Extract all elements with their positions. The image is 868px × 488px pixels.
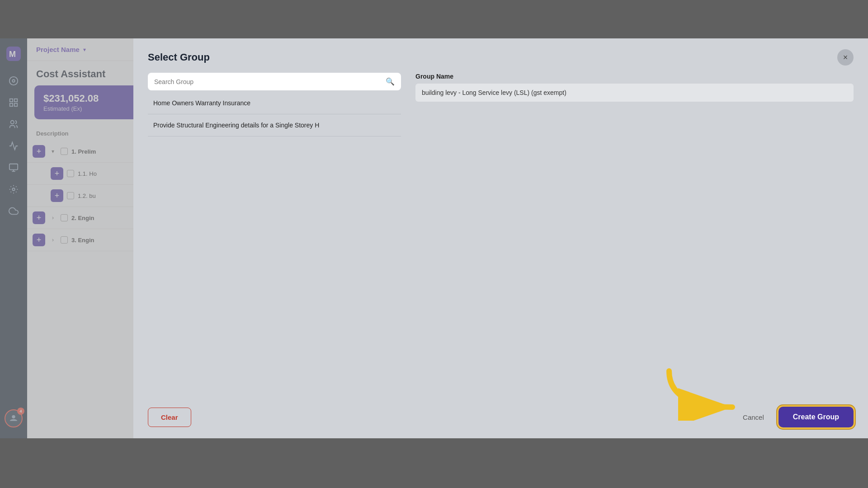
modal-header: Select Group ×	[133, 38, 868, 73]
group-name-label: Group Name	[415, 73, 854, 80]
list-item[interactable]: Home Owners Warranty Insurance	[148, 92, 401, 114]
create-group-button[interactable]: Create Group	[778, 407, 854, 427]
modal-body: 🔍 Home Owners Warranty Insurance Provide…	[133, 73, 868, 399]
cancel-button[interactable]: Cancel	[736, 408, 771, 427]
footer-right: Cancel Create Group	[736, 407, 854, 427]
search-box: 🔍	[148, 73, 401, 90]
search-icon: 🔍	[386, 77, 395, 86]
list-item[interactable]: Provide Structural Engineering details f…	[148, 114, 401, 136]
modal-detail-section: Group Name building levy - Long Service …	[401, 73, 854, 390]
close-modal-button[interactable]: ×	[837, 49, 854, 66]
modal-list-section: 🔍 Home Owners Warranty Insurance Provide…	[148, 73, 401, 390]
select-group-modal: Select Group × 🔍 Home Owners Warranty In…	[133, 38, 868, 438]
modal-title: Select Group	[148, 52, 210, 63]
search-input[interactable]	[154, 78, 382, 85]
modal-footer: Clear Cancel Create Group	[133, 399, 868, 438]
clear-button[interactable]: Clear	[148, 408, 191, 427]
group-name-value: building levy - Long Service levy (LSL) …	[415, 84, 854, 102]
